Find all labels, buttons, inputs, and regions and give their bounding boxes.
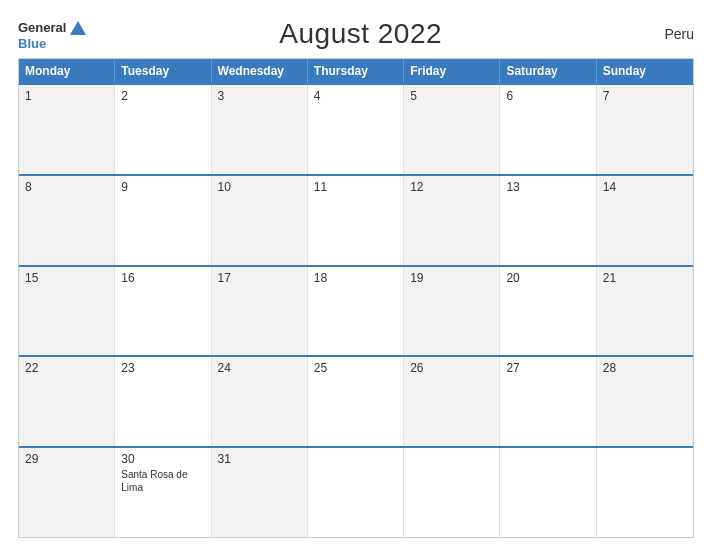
country-label: Peru <box>634 26 694 42</box>
cal-cell-3-6: 20 <box>500 267 596 356</box>
cal-cell-1-2: 2 <box>115 85 211 174</box>
cal-cell-4-3: 24 <box>212 357 308 446</box>
day-number: 20 <box>506 271 589 285</box>
calendar-week-3: 15161718192021 <box>19 265 693 356</box>
day-number: 14 <box>603 180 687 194</box>
header-wednesday: Wednesday <box>212 59 308 83</box>
day-number: 19 <box>410 271 493 285</box>
day-number: 6 <box>506 89 589 103</box>
logo: General Blue <box>18 19 87 50</box>
cal-cell-4-4: 25 <box>308 357 404 446</box>
calendar-body: 1234567891011121314151617181920212223242… <box>19 83 693 537</box>
cal-cell-3-2: 16 <box>115 267 211 356</box>
cal-cell-1-7: 7 <box>597 85 693 174</box>
cal-cell-5-7 <box>597 448 693 537</box>
day-number: 4 <box>314 89 397 103</box>
cal-cell-5-2: 30Santa Rosa de Lima <box>115 448 211 537</box>
logo-blue-text: Blue <box>18 37 46 50</box>
cal-cell-1-1: 1 <box>19 85 115 174</box>
calendar-week-1: 1234567 <box>19 83 693 174</box>
cal-cell-4-6: 27 <box>500 357 596 446</box>
day-number: 22 <box>25 361 108 375</box>
day-number: 17 <box>218 271 301 285</box>
day-number: 24 <box>218 361 301 375</box>
cal-cell-2-5: 12 <box>404 176 500 265</box>
day-number: 29 <box>25 452 108 466</box>
day-number: 13 <box>506 180 589 194</box>
calendar-week-4: 22232425262728 <box>19 355 693 446</box>
logo-general-text: General <box>18 21 66 34</box>
cal-cell-2-7: 14 <box>597 176 693 265</box>
cal-cell-2-6: 13 <box>500 176 596 265</box>
day-number: 23 <box>121 361 204 375</box>
header-tuesday: Tuesday <box>115 59 211 83</box>
holiday-label: Santa Rosa de Lima <box>121 468 204 494</box>
cal-cell-4-5: 26 <box>404 357 500 446</box>
cal-cell-1-4: 4 <box>308 85 404 174</box>
calendar-week-2: 891011121314 <box>19 174 693 265</box>
cal-cell-3-7: 21 <box>597 267 693 356</box>
day-number: 16 <box>121 271 204 285</box>
header-saturday: Saturday <box>500 59 596 83</box>
cal-cell-5-1: 29 <box>19 448 115 537</box>
header-sunday: Sunday <box>597 59 693 83</box>
header-friday: Friday <box>404 59 500 83</box>
day-number: 9 <box>121 180 204 194</box>
cal-cell-3-3: 17 <box>212 267 308 356</box>
header-thursday: Thursday <box>308 59 404 83</box>
day-number: 27 <box>506 361 589 375</box>
cal-cell-3-4: 18 <box>308 267 404 356</box>
day-number: 1 <box>25 89 108 103</box>
calendar: Monday Tuesday Wednesday Thursday Friday… <box>18 58 694 538</box>
cal-cell-1-3: 3 <box>212 85 308 174</box>
day-number: 10 <box>218 180 301 194</box>
calendar-title: August 2022 <box>87 18 634 50</box>
day-number: 18 <box>314 271 397 285</box>
day-number: 30 <box>121 452 204 466</box>
calendar-header: Monday Tuesday Wednesday Thursday Friday… <box>19 59 693 83</box>
day-number: 5 <box>410 89 493 103</box>
cal-cell-4-7: 28 <box>597 357 693 446</box>
cal-cell-2-1: 8 <box>19 176 115 265</box>
cal-cell-5-4 <box>308 448 404 537</box>
day-number: 3 <box>218 89 301 103</box>
day-number: 26 <box>410 361 493 375</box>
cal-cell-5-6 <box>500 448 596 537</box>
day-number: 31 <box>218 452 301 466</box>
cal-cell-2-2: 9 <box>115 176 211 265</box>
day-number: 25 <box>314 361 397 375</box>
day-number: 2 <box>121 89 204 103</box>
cal-cell-1-5: 5 <box>404 85 500 174</box>
cal-cell-5-5 <box>404 448 500 537</box>
logo-triangle-icon <box>69 19 87 37</box>
day-number: 7 <box>603 89 687 103</box>
day-number: 12 <box>410 180 493 194</box>
calendar-page: General Blue August 2022 Peru Monday Tue… <box>0 0 712 550</box>
cal-cell-4-2: 23 <box>115 357 211 446</box>
calendar-week-5: 2930Santa Rosa de Lima31 <box>19 446 693 537</box>
svg-marker-0 <box>70 21 86 35</box>
cal-cell-4-1: 22 <box>19 357 115 446</box>
day-number: 8 <box>25 180 108 194</box>
day-number: 28 <box>603 361 687 375</box>
cal-cell-2-4: 11 <box>308 176 404 265</box>
cal-cell-2-3: 10 <box>212 176 308 265</box>
header: General Blue August 2022 Peru <box>18 18 694 50</box>
day-number: 21 <box>603 271 687 285</box>
cal-cell-3-5: 19 <box>404 267 500 356</box>
cal-cell-3-1: 15 <box>19 267 115 356</box>
cal-cell-1-6: 6 <box>500 85 596 174</box>
day-number: 15 <box>25 271 108 285</box>
cal-cell-5-3: 31 <box>212 448 308 537</box>
day-number: 11 <box>314 180 397 194</box>
header-monday: Monday <box>19 59 115 83</box>
